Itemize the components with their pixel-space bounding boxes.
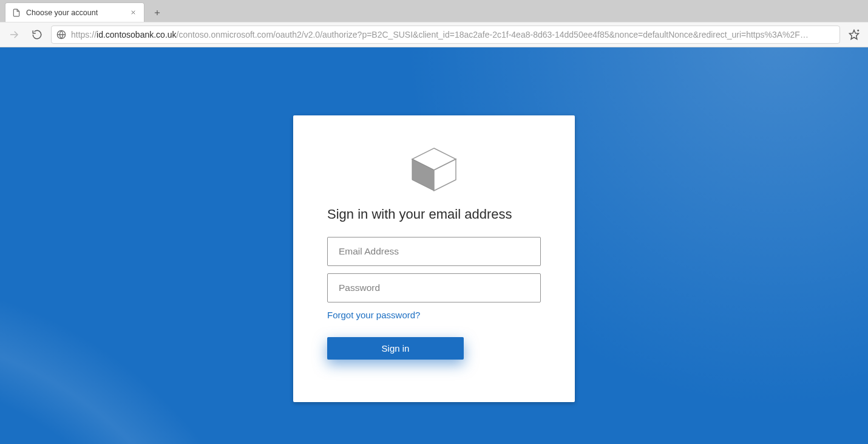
email-field[interactable] (327, 237, 541, 266)
url-host: id.contosobank.co.uk (97, 30, 177, 39)
new-tab-button[interactable] (148, 4, 166, 22)
address-bar[interactable]: https://id.contosobank.co.uk/contoso.onm… (51, 26, 840, 44)
nav-forward-button[interactable] (5, 26, 23, 44)
browser-tab-title: Choose your account (26, 9, 98, 17)
address-bar-url: https://id.contosobank.co.uk/contoso.onm… (71, 30, 835, 39)
tenant-logo (327, 147, 541, 192)
tabstrip: Choose your account (0, 0, 166, 22)
favorites-button[interactable] (845, 26, 863, 44)
reload-button[interactable] (28, 26, 46, 44)
browser-tab-active[interactable]: Choose your account (5, 2, 144, 22)
browser-tabstrip: Choose your account (0, 0, 868, 22)
cube-icon (410, 147, 458, 192)
svg-marker-7 (850, 30, 859, 39)
url-scheme: https:// (71, 30, 97, 39)
forgot-password-link[interactable]: Forgot your password? (327, 310, 420, 320)
page-content: Sign in with your email address Forgot y… (0, 47, 868, 444)
signin-heading: Sign in with your email address (327, 207, 541, 222)
signin-button[interactable]: Sign in (327, 337, 464, 360)
globe-icon (56, 30, 66, 39)
password-field[interactable] (327, 273, 541, 302)
signin-card: Sign in with your email address Forgot y… (293, 115, 575, 402)
close-icon[interactable] (128, 8, 138, 18)
page-icon (12, 8, 21, 18)
browser-toolbar: https://id.contosobank.co.uk/contoso.onm… (0, 22, 868, 47)
url-path: /contoso.onmicrosoft.com/oauth2/v2.0/aut… (177, 30, 809, 39)
